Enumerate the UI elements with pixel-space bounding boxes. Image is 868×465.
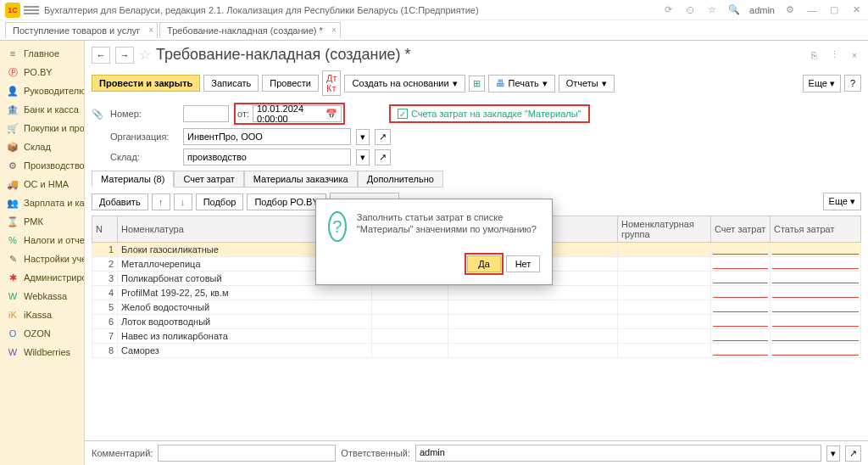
sidebar-item-0[interactable]: ≡Главное [0, 44, 84, 63]
cell-acct[interactable] [448, 329, 618, 344]
cell-nomgroup[interactable] [618, 315, 711, 329]
move-down-button[interactable]: ↓ [174, 193, 192, 210]
cell-qty[interactable] [372, 300, 448, 315]
print-button[interactable]: 🖶 Печать ▾ [488, 75, 555, 92]
cell-costacct[interactable] [711, 300, 771, 315]
org-dropdown-icon[interactable]: ▾ [356, 129, 370, 145]
pick-button[interactable]: Подбор [196, 193, 244, 210]
sidebar-item-13[interactable]: WWebkassa [0, 287, 84, 305]
org-open-icon[interactable]: ↗ [375, 129, 391, 145]
refresh-icon[interactable]: ⟳ [661, 3, 675, 17]
cell-costacct[interactable] [711, 257, 771, 272]
history-icon[interactable]: ⏲ [683, 3, 697, 17]
post-button[interactable]: Провести [262, 75, 319, 92]
cell-acct[interactable] [448, 344, 618, 358]
cell-name[interactable]: Лоток водоотводный [118, 315, 372, 329]
cell-costacct[interactable] [711, 243, 771, 257]
sidebar-item-4[interactable]: 🛒Покупки и продажи [0, 119, 84, 137]
back-button[interactable]: ← [92, 47, 110, 64]
sidebar-item-16[interactable]: WWildberries [0, 343, 84, 361]
sidebar-item-15[interactable]: OOZON [0, 324, 84, 343]
yes-button[interactable]: Да [467, 255, 501, 272]
sidebar-item-2[interactable]: 👤Руководителю [0, 81, 84, 100]
warehouse-open-icon[interactable]: ↗ [375, 149, 391, 165]
responsible-dropdown-icon[interactable]: ▾ [826, 445, 840, 462]
cell-costitem[interactable] [771, 272, 861, 286]
help-button[interactable]: ? [844, 75, 861, 92]
cell-nomgroup[interactable] [618, 300, 711, 315]
cell-costitem[interactable] [771, 315, 861, 329]
number-field[interactable] [183, 105, 229, 122]
close-icon[interactable]: × [331, 25, 337, 35]
save-button[interactable]: Записать [203, 75, 259, 92]
maximize-icon[interactable]: ▢ [827, 3, 841, 17]
table-header[interactable]: Статья затрат [771, 216, 861, 243]
table-header[interactable]: Номенклатурная группа [618, 216, 711, 243]
search-icon[interactable]: 🔍 [727, 3, 741, 17]
post-and-close-button[interactable]: Провести и закрыть [92, 75, 200, 92]
pick-poby-button[interactable]: Подбор PO.BY [247, 193, 326, 210]
cell-nomgroup[interactable] [618, 243, 711, 257]
close-icon[interactable]: ✕ [849, 3, 863, 17]
cell-name[interactable]: Саморез [118, 344, 372, 358]
minimize-icon[interactable]: — [805, 3, 819, 17]
sidebar-item-7[interactable]: 🚚ОС и НМА [0, 175, 84, 193]
no-button[interactable]: Нет [506, 255, 540, 272]
section-tab-0[interactable]: Материалы (8) [92, 171, 174, 188]
cell-costacct[interactable] [711, 344, 771, 358]
user-label[interactable]: admin [749, 5, 775, 15]
close-page-icon[interactable]: × [848, 48, 861, 62]
cell-acct[interactable] [448, 300, 618, 315]
section-tab-3[interactable]: Дополнительно [358, 171, 443, 188]
cell-costacct[interactable] [711, 286, 771, 300]
doctab-0[interactable]: Поступление товаров и услуг× [5, 22, 158, 38]
table-header[interactable]: Счет затрат [711, 216, 771, 243]
cell-costacct[interactable] [711, 315, 771, 329]
more-button[interactable]: Еще ▾ [803, 75, 841, 92]
attach-icon[interactable]: 📎 [92, 109, 105, 120]
dt-kt-button[interactable]: ДтКт [322, 70, 342, 96]
cell-costitem[interactable] [771, 344, 861, 358]
sidebar-item-9[interactable]: ⌛РМК [0, 212, 84, 231]
table-more-button[interactable]: Еще ▾ [823, 193, 861, 210]
sidebar-item-1[interactable]: ⓅPO.BY [0, 63, 84, 81]
sidebar-item-14[interactable]: iKiKassa [0, 305, 84, 324]
cell-costitem[interactable] [771, 257, 861, 272]
link-icon[interactable]: ⎘ [807, 48, 821, 62]
doctab-1[interactable]: Требование-накладная (создание) *× [159, 22, 341, 38]
sidebar-item-12[interactable]: ✱Администрирование [0, 268, 84, 287]
cell-qty[interactable] [372, 315, 448, 329]
move-up-button[interactable]: ↑ [152, 193, 170, 210]
excel-icon[interactable]: ⊞ [469, 76, 485, 92]
cell-acct[interactable] [448, 286, 618, 300]
table-row[interactable]: 8 Саморез [92, 344, 861, 358]
cell-nomgroup[interactable] [618, 272, 711, 286]
table-header[interactable]: N [92, 216, 118, 243]
favorites-icon[interactable]: ☆ [705, 3, 719, 17]
warehouse-dropdown-icon[interactable]: ▾ [356, 149, 370, 165]
cell-acct[interactable] [448, 315, 618, 329]
close-icon[interactable]: × [148, 25, 153, 35]
sidebar-item-11[interactable]: ✎Настройки учета [0, 249, 84, 268]
cell-nomgroup[interactable] [618, 329, 711, 344]
warehouse-field[interactable]: производство [183, 148, 351, 165]
menu-icon[interactable]: ⋮ [827, 48, 841, 62]
cell-nomgroup[interactable] [618, 344, 711, 358]
cell-nomgroup[interactable] [618, 286, 711, 300]
cell-name[interactable]: ProfilMat 199-22, 25, кв.м [118, 286, 372, 300]
sidebar-item-5[interactable]: 📦Склад [0, 137, 84, 156]
cell-qty[interactable] [372, 286, 448, 300]
star-icon[interactable]: ☆ [139, 47, 151, 63]
cell-costitem[interactable] [771, 300, 861, 315]
cell-costacct[interactable] [711, 329, 771, 344]
create-based-on-button[interactable]: Создать на основании ▾ [344, 75, 465, 92]
section-tab-2[interactable]: Материалы заказчика [244, 171, 358, 188]
cell-costitem[interactable] [771, 286, 861, 300]
reports-button[interactable]: Отчеты ▾ [559, 75, 615, 92]
cell-nomgroup[interactable] [618, 257, 711, 272]
cell-costitem[interactable] [771, 243, 861, 257]
org-field[interactable]: ИнвентПро, ООО [183, 128, 351, 145]
cell-qty[interactable] [372, 329, 448, 344]
forward-button[interactable]: → [115, 47, 134, 64]
table-row[interactable]: 6 Лоток водоотводный [92, 315, 861, 329]
